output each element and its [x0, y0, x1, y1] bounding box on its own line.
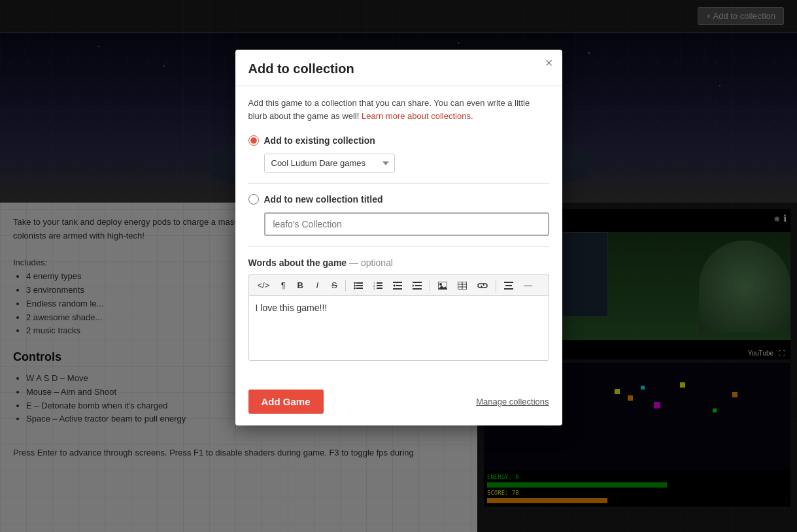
svg-rect-5 — [356, 288, 363, 289]
words-label: Words about the game — optional — [248, 258, 549, 268]
existing-collection-option: Add to existing collection — [248, 135, 549, 146]
toolbar-link-button[interactable] — [473, 279, 492, 292]
svg-marker-19 — [413, 284, 415, 287]
svg-rect-9 — [377, 285, 382, 286]
add-game-button[interactable]: Add Game — [248, 390, 324, 414]
existing-collection-select[interactable]: Cool Ludum Dare games — [264, 154, 395, 173]
section-divider — [248, 183, 549, 184]
modal-body: Add this game to a collection that you c… — [235, 86, 562, 382]
modal-footer: Add Game Manage collections — [235, 382, 562, 425]
toolbar-ul-button[interactable] — [349, 279, 367, 292]
existing-collection-select-wrapper: Cool Ludum Dare games — [264, 154, 549, 173]
existing-collection-radio[interactable] — [248, 135, 259, 146]
svg-marker-15 — [393, 284, 395, 287]
svg-point-4 — [354, 287, 356, 289]
words-optional: — optional — [349, 258, 393, 268]
modal-description: Add this game to a collection that you c… — [248, 97, 549, 122]
add-to-collection-modal: Add to collection × Add this game to a c… — [235, 50, 562, 425]
modal-header: Add to collection × — [235, 50, 562, 86]
svg-rect-13 — [396, 285, 402, 286]
editor-text: I love this game!!! — [256, 303, 328, 313]
toolbar-strikethrough-button[interactable]: S — [326, 278, 342, 293]
manage-collections-link[interactable]: Manage collections — [476, 397, 549, 407]
svg-text:3.: 3. — [373, 287, 375, 290]
svg-rect-17 — [415, 285, 422, 286]
svg-rect-16 — [413, 282, 422, 283]
svg-rect-27 — [504, 282, 513, 283]
modal-overlay: Add to collection × Add this game to a c… — [0, 0, 797, 532]
toolbar-bold-button[interactable]: B — [292, 278, 308, 293]
toolbar-hr-button[interactable]: — — [519, 278, 537, 293]
toolbar-indent-button[interactable] — [408, 279, 426, 292]
new-collection-label: Add to new collection titled — [264, 194, 383, 205]
toolbar-table-button[interactable] — [453, 279, 471, 292]
toolbar-code-button[interactable]: </> — [253, 278, 275, 293]
svg-rect-1 — [356, 282, 363, 284]
svg-rect-7 — [377, 282, 382, 284]
svg-rect-28 — [505, 285, 512, 286]
toolbar-italic-button[interactable]: I — [309, 278, 325, 293]
svg-point-0 — [354, 282, 356, 284]
toolbar-separator-1 — [345, 280, 346, 291]
toolbar-separator-2 — [430, 280, 430, 291]
toolbar-image-button[interactable] — [433, 279, 452, 292]
words-section-divider — [248, 246, 549, 247]
editor-content-area[interactable]: I love this game!!! — [248, 295, 549, 361]
new-collection-radio[interactable] — [248, 194, 259, 205]
toolbar-outdent-button[interactable] — [388, 279, 407, 292]
new-collection-text-input[interactable] — [264, 212, 549, 236]
svg-rect-29 — [504, 288, 513, 290]
toolbar-separator-3 — [496, 280, 496, 291]
svg-rect-18 — [413, 288, 422, 290]
modal-title: Add to collection — [248, 61, 549, 76]
svg-rect-3 — [356, 285, 363, 286]
toolbar-ol-button[interactable]: 1.2.3. — [369, 279, 387, 292]
toolbar-paragraph-button[interactable]: ¶ — [275, 278, 291, 293]
toolbar-align-button[interactable] — [500, 279, 518, 292]
learn-more-link[interactable]: Learn more about collections — [362, 111, 471, 121]
editor-toolbar: </> ¶ B I S 1.2.3. — [248, 274, 549, 295]
new-collection-option: Add to new collection titled — [248, 194, 549, 205]
svg-point-21 — [439, 283, 442, 286]
new-collection-input-wrapper — [264, 212, 549, 236]
existing-collection-label: Add to existing collection — [264, 135, 375, 146]
svg-rect-12 — [393, 282, 402, 283]
svg-rect-11 — [377, 288, 382, 289]
svg-point-2 — [354, 284, 356, 286]
svg-rect-14 — [393, 288, 402, 290]
modal-close-button[interactable]: × — [545, 56, 553, 69]
svg-marker-22 — [438, 286, 447, 290]
